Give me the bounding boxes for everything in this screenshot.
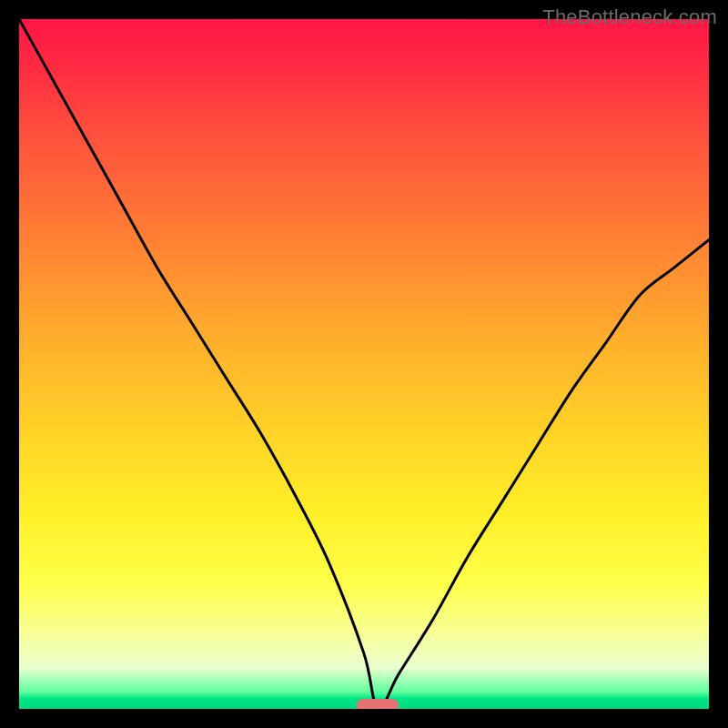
plot-area <box>19 19 709 709</box>
chart-frame: TheBottleneck.com <box>0 0 728 728</box>
watermark-label: TheBottleneck.com <box>542 5 717 29</box>
optimum-marker <box>357 699 399 709</box>
bottleneck-curve <box>19 19 709 709</box>
curve-path <box>19 19 709 709</box>
